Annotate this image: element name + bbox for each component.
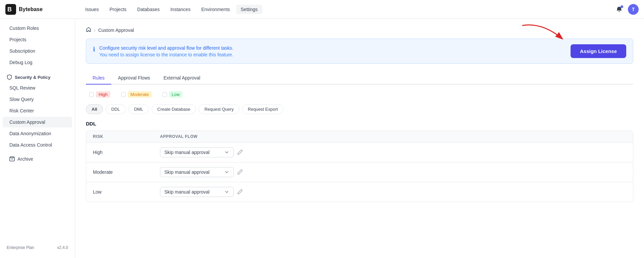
- filter-high-checkbox[interactable]: [89, 92, 94, 97]
- svg-text:B: B: [7, 6, 12, 13]
- sidebar-label-custom-approval: Custom Approval: [9, 119, 45, 125]
- nav-instances[interactable]: Instances: [166, 5, 195, 14]
- shield-icon: [7, 74, 12, 80]
- info-banner-left: ℹ Configure security risk level and appr…: [93, 45, 233, 57]
- edit-icon-moderate[interactable]: [237, 169, 243, 176]
- tab-external-approval[interactable]: External Approval: [157, 72, 207, 85]
- edit-icon-low[interactable]: [237, 189, 243, 196]
- chip-low-label: Low: [169, 91, 182, 98]
- security-section-label: Security & Policy: [15, 75, 50, 80]
- tab-rules[interactable]: Rules: [86, 72, 111, 85]
- assign-license-button[interactable]: Assign License: [571, 44, 626, 58]
- nav-databases[interactable]: Databases: [132, 5, 164, 14]
- main-content: › Custom Approval ℹ Configure security r…: [75, 19, 644, 258]
- table-row: Low Skip manual approval: [86, 182, 633, 202]
- red-arrow: [516, 20, 569, 47]
- bytebase-logo-icon: B: [5, 4, 16, 15]
- breadcrumb-current: Custom Approval: [98, 28, 134, 33]
- filter-low[interactable]: Low: [159, 90, 186, 99]
- header-risk: Risk: [93, 134, 160, 139]
- cat-dml[interactable]: DML: [128, 104, 149, 114]
- sidebar-label-subscription: Subscription: [9, 48, 35, 54]
- approval-cell-high: Skip manual approval: [160, 147, 626, 157]
- sidebar-label-slow-query: Slow Query: [9, 97, 34, 102]
- layout: Custom Roles Projects Subscription Debug…: [0, 19, 644, 258]
- nav-right: T: [614, 4, 639, 15]
- user-avatar[interactable]: T: [628, 4, 639, 15]
- filter-moderate-checkbox[interactable]: [121, 92, 126, 97]
- sidebar-footer: Enterprise Plan v2.4.0: [0, 241, 75, 254]
- archive-icon: [9, 156, 15, 162]
- category-row: All DDL DML Create Database Request Quer…: [86, 104, 633, 114]
- sidebar-item-data-access-control[interactable]: Data Access Control: [3, 140, 72, 150]
- notifications-button[interactable]: [614, 5, 624, 14]
- approval-value-low: Skip manual approval: [164, 189, 210, 195]
- topnav: B Bytebase Issues Projects Databases Ins…: [0, 0, 644, 19]
- banner-primary-text: Configure security risk level and approv…: [99, 45, 233, 51]
- chevron-down-icon: [224, 189, 229, 195]
- sidebar-item-subscription[interactable]: Subscription: [3, 46, 72, 56]
- sidebar-label-projects: Projects: [9, 37, 26, 42]
- cat-ddl[interactable]: DDL: [106, 104, 126, 114]
- filter-row: High Moderate Low: [86, 90, 633, 99]
- sidebar-item-projects[interactable]: Projects: [3, 34, 72, 45]
- chevron-down-icon: [224, 150, 229, 155]
- sidebar-item-archive[interactable]: Archive: [3, 154, 72, 164]
- approval-cell-moderate: Skip manual approval: [160, 167, 626, 177]
- sidebar-label-risk-center: Risk Center: [9, 108, 34, 113]
- sidebar-item-risk-center[interactable]: Risk Center: [3, 105, 72, 116]
- breadcrumb-home[interactable]: [86, 27, 91, 33]
- cat-create-database[interactable]: Create Database: [152, 104, 196, 114]
- nav-links: Issues Projects Databases Instances Envi…: [80, 5, 606, 14]
- sidebar-label-sql-review: SQL Review: [9, 85, 35, 91]
- sidebar-label-data-anonymization: Data Anonymization: [9, 131, 51, 136]
- plan-label: Enterprise Plan: [7, 245, 34, 250]
- approval-select-low[interactable]: Skip manual approval: [160, 187, 234, 197]
- cat-all[interactable]: All: [86, 104, 103, 114]
- approval-value-high: Skip manual approval: [164, 150, 210, 155]
- sidebar-item-data-anonymization[interactable]: Data Anonymization: [3, 128, 72, 139]
- cat-request-export[interactable]: Request Export: [242, 104, 284, 114]
- sidebar-item-sql-review[interactable]: SQL Review: [3, 83, 72, 93]
- nav-environments[interactable]: Environments: [197, 5, 235, 14]
- sidebar-item-slow-query[interactable]: Slow Query: [3, 94, 72, 105]
- table-row: Moderate Skip manual approval: [86, 162, 633, 182]
- sidebar-label-archive: Archive: [17, 156, 33, 162]
- sidebar-item-custom-roles[interactable]: Custom Roles: [3, 23, 72, 34]
- filter-low-checkbox[interactable]: [162, 92, 167, 97]
- risk-low: Low: [93, 189, 160, 195]
- version-label: v2.4.0: [57, 245, 68, 250]
- approval-cell-low: Skip manual approval: [160, 187, 626, 197]
- chip-high-label: High: [96, 91, 110, 98]
- svg-rect-2: [10, 158, 14, 161]
- sidebar-item-custom-approval[interactable]: Custom Approval: [3, 117, 72, 127]
- chevron-down-icon: [224, 169, 229, 175]
- filter-moderate[interactable]: Moderate: [118, 90, 155, 99]
- info-icon: ℹ: [93, 46, 95, 53]
- nav-projects[interactable]: Projects: [105, 5, 131, 14]
- approval-select-moderate[interactable]: Skip manual approval: [160, 167, 234, 177]
- ddl-section: DDL Risk Approval flow High Skip manual …: [86, 121, 633, 202]
- cat-request-query[interactable]: Request Query: [199, 104, 239, 114]
- sidebar-items: Custom Roles Projects Subscription Debug…: [0, 23, 75, 164]
- security-policy-header: Security & Policy: [0, 71, 75, 82]
- sidebar-label-debug-log: Debug Log: [9, 60, 33, 65]
- sidebar-label-data-access-control: Data Access Control: [9, 142, 52, 148]
- filter-high[interactable]: High: [86, 90, 114, 99]
- approval-select-high[interactable]: Skip manual approval: [160, 147, 234, 157]
- chip-moderate-label: Moderate: [128, 91, 152, 98]
- tabs: Rules Approval Flows External Approval: [86, 72, 633, 85]
- info-banner: ℹ Configure security risk level and appr…: [86, 39, 633, 64]
- table-header: Risk Approval flow: [86, 131, 633, 143]
- nav-issues[interactable]: Issues: [80, 5, 103, 14]
- table-row: High Skip manual approval: [86, 143, 633, 162]
- nav-settings[interactable]: Settings: [236, 5, 263, 14]
- tab-approval-flows[interactable]: Approval Flows: [111, 72, 157, 85]
- risk-moderate: Moderate: [93, 169, 160, 175]
- edit-icon-high[interactable]: [237, 149, 243, 156]
- logo: B Bytebase: [5, 4, 72, 15]
- notification-dot: [621, 5, 623, 8]
- sidebar-item-debug-log[interactable]: Debug Log: [3, 57, 72, 68]
- sidebar-label-custom-roles: Custom Roles: [9, 25, 39, 31]
- sidebar: Custom Roles Projects Subscription Debug…: [0, 19, 75, 258]
